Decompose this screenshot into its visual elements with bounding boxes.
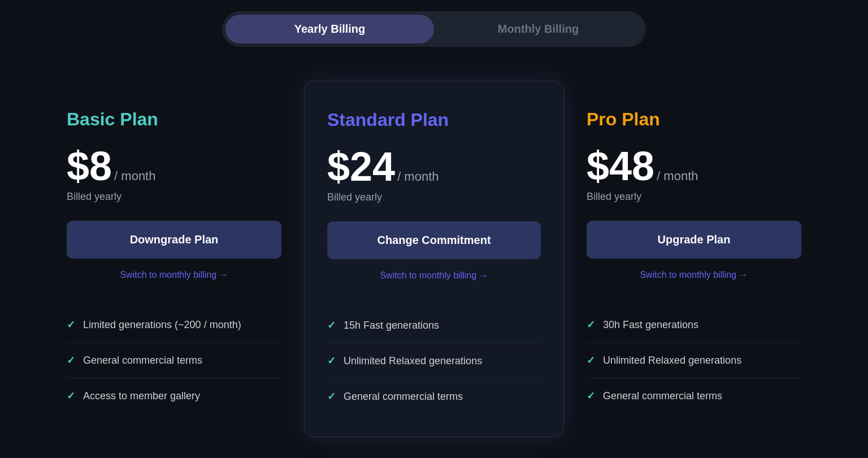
feature-item: ✓ General commercial terms bbox=[67, 343, 281, 378]
pro-features-list: ✓ 30h Fast generations ✓ Unlimited Relax… bbox=[587, 307, 801, 413]
feature-text: Limited generations (~200 / month) bbox=[83, 319, 241, 331]
standard-price-row: $24 / month bbox=[327, 146, 541, 187]
pro-switch-link[interactable]: Switch to monthly billing → bbox=[587, 270, 801, 280]
feature-item: ✓ Unlimited Relaxed generations bbox=[587, 343, 801, 378]
feature-item: ✓ General commercial terms bbox=[327, 379, 541, 414]
feature-item: ✓ General commercial terms bbox=[587, 378, 801, 413]
feature-item: ✓ 15h Fast generations bbox=[327, 308, 541, 343]
check-icon: ✓ bbox=[327, 355, 336, 367]
check-icon: ✓ bbox=[67, 390, 75, 402]
standard-price-amount: $24 bbox=[327, 146, 395, 187]
pro-action-button[interactable]: Upgrade Plan bbox=[587, 221, 801, 259]
feature-item: ✓ Limited generations (~200 / month) bbox=[67, 307, 281, 343]
pro-price-period: / month bbox=[657, 169, 698, 184]
monthly-billing-option[interactable]: Monthly Billing bbox=[434, 15, 643, 43]
standard-action-button[interactable]: Change Commitment bbox=[327, 221, 541, 259]
plan-card-basic: Basic Plan $8 / month Billed yearly Down… bbox=[44, 81, 304, 436]
plan-card-standard: Standard Plan $24 / month Billed yearly … bbox=[304, 81, 564, 437]
basic-switch-link[interactable]: Switch to monthly billing → bbox=[67, 270, 281, 280]
check-icon: ✓ bbox=[587, 319, 595, 331]
check-icon: ✓ bbox=[67, 319, 75, 331]
check-icon: ✓ bbox=[327, 390, 336, 403]
standard-plan-name: Standard Plan bbox=[327, 110, 541, 130]
pro-price-amount: $48 bbox=[587, 146, 654, 186]
check-icon: ✓ bbox=[587, 354, 595, 367]
feature-text: General commercial terms bbox=[344, 391, 463, 403]
check-icon: ✓ bbox=[67, 354, 75, 367]
feature-text: General commercial terms bbox=[83, 355, 202, 367]
pro-plan-name: Pro Plan bbox=[587, 109, 801, 130]
plans-container: Basic Plan $8 / month Billed yearly Down… bbox=[34, 81, 834, 437]
basic-billed-text: Billed yearly bbox=[67, 191, 281, 203]
feature-item: ✓ 30h Fast generations bbox=[587, 307, 801, 343]
basic-plan-name: Basic Plan bbox=[67, 109, 281, 130]
feature-text: General commercial terms bbox=[603, 390, 722, 402]
basic-action-button[interactable]: Downgrade Plan bbox=[67, 221, 281, 259]
billing-toggle: Yearly Billing Monthly Billing bbox=[222, 11, 646, 47]
standard-features-list: ✓ 15h Fast generations ✓ Unlimited Relax… bbox=[327, 308, 541, 414]
standard-switch-link[interactable]: Switch to monthly billing → bbox=[327, 271, 541, 281]
feature-text: 30h Fast generations bbox=[603, 319, 698, 331]
feature-text: Unlimited Relaxed generations bbox=[344, 355, 482, 367]
plan-card-pro: Pro Plan $48 / month Billed yearly Upgra… bbox=[564, 81, 824, 436]
pro-billed-text: Billed yearly bbox=[587, 191, 801, 203]
basic-price-period: / month bbox=[114, 169, 155, 184]
standard-billed-text: Billed yearly bbox=[327, 191, 541, 203]
check-icon: ✓ bbox=[327, 319, 336, 331]
feature-item: ✓ Unlimited Relaxed generations bbox=[327, 343, 541, 379]
standard-price-period: / month bbox=[397, 169, 439, 184]
basic-price-amount: $8 bbox=[67, 146, 112, 186]
basic-price-row: $8 / month bbox=[67, 146, 281, 186]
feature-text: 15h Fast generations bbox=[344, 320, 439, 331]
check-icon: ✓ bbox=[587, 390, 595, 402]
feature-text: Access to member gallery bbox=[83, 390, 200, 402]
feature-item: ✓ Access to member gallery bbox=[67, 378, 281, 413]
basic-features-list: ✓ Limited generations (~200 / month) ✓ G… bbox=[67, 307, 281, 413]
feature-text: Unlimited Relaxed generations bbox=[603, 355, 741, 367]
yearly-billing-option[interactable]: Yearly Billing bbox=[225, 15, 434, 43]
pro-price-row: $48 / month bbox=[587, 146, 801, 186]
